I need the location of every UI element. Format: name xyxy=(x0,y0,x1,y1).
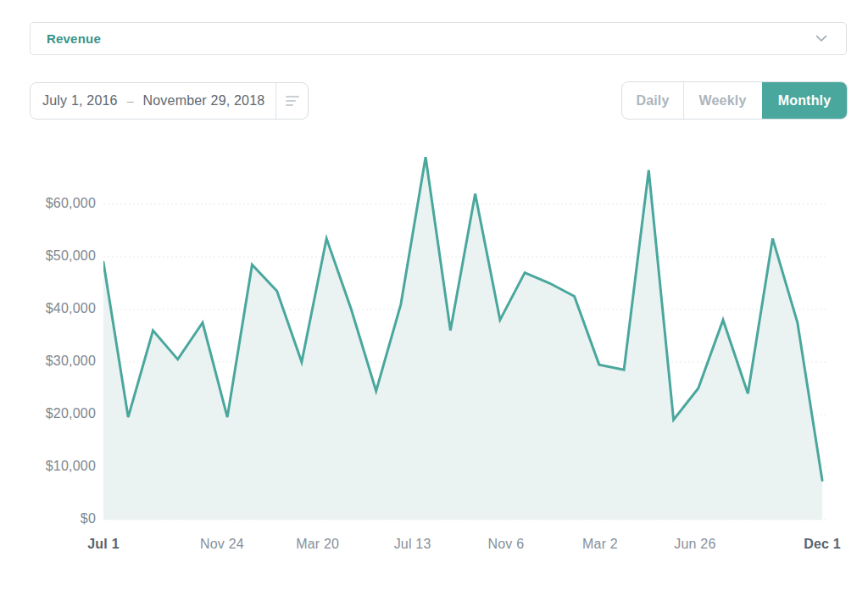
date-presets-button[interactable] xyxy=(276,83,308,119)
tab-monthly[interactable]: Monthly xyxy=(762,82,847,119)
y-axis-label: $30,000 xyxy=(0,354,96,369)
x-axis-label: Jun 26 xyxy=(644,537,746,552)
x-axis-label: Jul 13 xyxy=(362,537,464,552)
date-range-picker[interactable]: July 1, 2016 – November 29, 2018 xyxy=(30,82,309,120)
date-range-end[interactable]: November 29, 2018 xyxy=(142,93,264,109)
chevron-down-icon xyxy=(815,35,827,42)
metric-select[interactable]: Revenue xyxy=(30,22,847,55)
date-range-start[interactable]: July 1, 2016 xyxy=(31,93,118,109)
granularity-toggle: Daily Weekly Monthly xyxy=(621,81,848,120)
tab-weekly[interactable]: Weekly xyxy=(683,82,761,119)
x-axis-label: Dec 1 xyxy=(771,537,868,552)
revenue-chart-plot[interactable] xyxy=(103,144,827,526)
x-axis-label: Nov 24 xyxy=(171,537,273,552)
date-range-separator: – xyxy=(127,94,134,108)
y-axis-label: $10,000 xyxy=(0,459,96,474)
y-axis-label: $0 xyxy=(0,511,96,526)
x-axis-label: Nov 6 xyxy=(455,537,557,552)
x-axis-label: Mar 2 xyxy=(549,537,651,552)
x-axis-label: Jul 1 xyxy=(53,537,154,552)
y-axis-label: $40,000 xyxy=(0,301,96,316)
y-axis-label: $60,000 xyxy=(0,196,96,211)
metric-select-value: Revenue xyxy=(47,31,101,46)
revenue-area-fill xyxy=(103,157,822,520)
y-axis-label: $20,000 xyxy=(0,406,96,421)
y-axis-label: $50,000 xyxy=(0,248,96,264)
tab-daily[interactable]: Daily xyxy=(622,82,683,119)
x-axis-label: Mar 20 xyxy=(267,537,369,552)
menu-lines-icon xyxy=(286,96,299,106)
revenue-dashboard: Revenue July 1, 2016 – November 29, 2018… xyxy=(0,0,868,596)
